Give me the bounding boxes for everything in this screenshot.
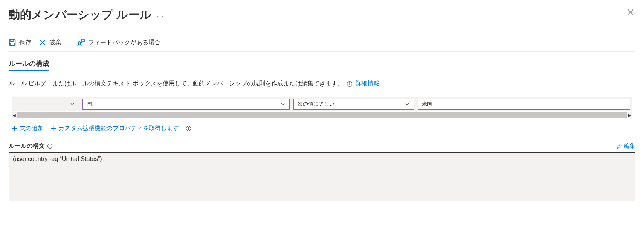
rule-builder: 国 次の値に等しい 米国 ◀ ▶ [9,97,635,132]
syntax-header: ルールの構文 編集 [9,142,635,150]
description-text: ルール ビルダーまたはルールの構文テキスト ボックスを使用して、動的メンバーシッ… [9,80,343,88]
syntax-value: (user.country -eq “United States”) [13,156,102,162]
save-icon [9,39,16,46]
info-icon[interactable] [186,126,191,131]
rule-row: 国 次の値に等しい 米国 [12,97,632,111]
page-title: 動的メンバーシップ ルール [9,7,151,23]
horizontal-scrollbar[interactable]: ◀ ▶ [12,112,632,118]
discard-icon [39,39,46,46]
get-custom-props-button[interactable]: カスタム拡張機能のプロパティを取得します [50,124,179,132]
property-dropdown[interactable]: 国 [82,99,290,110]
info-icon[interactable] [47,143,53,149]
feedback-label: フィードバックがある場合 [88,39,160,47]
value-text: 米国 [422,101,432,108]
command-bar: 保存 破棄 フィードバックがある場合 [9,38,635,52]
chevron-down-icon [70,102,75,107]
feedback-icon [77,39,85,46]
builder-links: 式の追加 カスタム拡張機能のプロパティを取得します [12,124,632,132]
value-input[interactable]: 米国 [418,99,630,110]
rules-pane: 動的メンバーシップ ルール … 保存 破棄 フィードバックがある場合 [0,0,644,252]
syntax-label: ルールの構文 [9,142,45,150]
scroll-right-icon[interactable]: ▶ [628,113,631,117]
svg-point-11 [50,145,50,146]
svg-rect-6 [349,83,349,85]
svg-rect-1 [11,40,13,42]
edit-syntax-button[interactable]: 編集 [617,143,635,150]
operator-dropdown[interactable]: 次の値に等しい [293,99,414,110]
edit-label: 編集 [624,143,635,150]
close-icon [627,9,634,15]
svg-point-5 [349,82,350,83]
pencil-icon [617,143,622,149]
syntax-title-row: ルールの構文 [9,142,53,150]
svg-rect-2 [11,43,14,45]
svg-rect-9 [188,128,189,130]
property-value: 国 [87,101,92,108]
info-icon[interactable] [346,81,353,87]
add-expression-label: 式の追加 [20,124,44,132]
tab-bar: ルールの構成 [9,59,635,71]
plus-icon [50,126,56,131]
learn-more-link[interactable]: 詳細情報 [356,80,380,88]
scroll-left-icon[interactable]: ◀ [13,113,16,117]
get-custom-props-label: カスタム拡張機能のプロパティを取得します [58,124,179,132]
svg-rect-12 [50,146,50,148]
svg-point-3 [78,42,81,44]
chevron-down-icon [280,102,285,107]
chevron-down-icon [404,102,410,107]
discard-label: 破棄 [49,39,61,47]
svg-point-8 [188,127,189,128]
save-label: 保存 [19,39,31,47]
discard-button[interactable]: 破棄 [39,39,61,47]
save-button[interactable]: 保存 [9,39,31,47]
feedback-button[interactable]: フィードバックがある場合 [77,39,160,47]
add-expression-button[interactable]: 式の追加 [12,124,44,132]
plus-icon [12,126,17,131]
pane-header: 動的メンバーシップ ルール … [9,7,635,23]
tab-configure-rules[interactable]: ルールの構成 [9,59,49,71]
close-button[interactable] [626,7,635,17]
more-button[interactable]: … [157,11,164,19]
title-row: 動的メンバーシップ ルール … [9,7,164,23]
scrollbar-track[interactable] [17,112,627,118]
syntax-textbox[interactable]: (user.country -eq “United States”) [9,152,635,201]
toolbar-separator [69,38,69,47]
andor-dropdown[interactable] [14,99,79,110]
operator-value: 次の値に等しい [298,101,334,108]
description-row: ルール ビルダーまたはルールの構文テキスト ボックスを使用して、動的メンバーシッ… [9,80,635,88]
